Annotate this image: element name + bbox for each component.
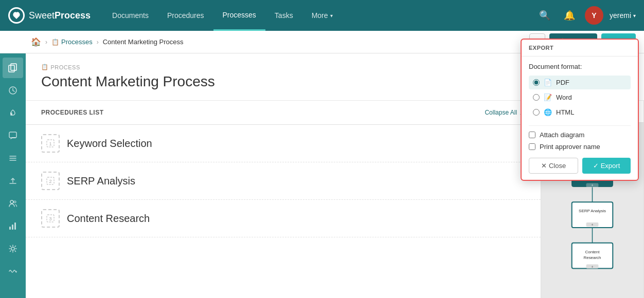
sidebar-item-wave[interactable] (3, 261, 23, 282)
svg-text:+: + (591, 265, 593, 269)
checkbox-section: Attach diagram Print approver name (529, 125, 631, 151)
logo[interactable]: SweetProcess (8, 7, 91, 24)
attach-diagram-label: Attach diagram (540, 131, 584, 139)
sidebar-item-copy[interactable] (3, 58, 23, 78)
svg-text:1: 1 (49, 141, 51, 146)
pdf-icon: 📄 (544, 79, 552, 86)
print-approver-label: Print approver name (540, 143, 600, 151)
nav-right: 🔍 🔔 Y yeremi ▾ (535, 6, 636, 25)
procedure-item[interactable]: 1 Keyword Selection (26, 125, 541, 162)
home-link[interactable]: 🏠 (31, 37, 41, 47)
nav-documents[interactable]: Documents (103, 0, 158, 31)
close-button[interactable]: ✕ ✕ Close Close (529, 158, 578, 174)
procedure-item[interactable]: 3 Content Research (26, 200, 541, 237)
logo-icon (8, 7, 25, 24)
sidebar-item-list[interactable] (3, 148, 23, 169)
sidebar-item-analytics[interactable] (3, 216, 23, 236)
svg-rect-12 (14, 222, 16, 230)
format-word-radio[interactable] (533, 94, 540, 101)
top-navigation: SweetProcess Documents Procedures Proces… (0, 0, 644, 31)
nav-links: Documents Procedures Processes Tasks Mor… (103, 0, 342, 31)
nav-more[interactable]: More ▾ (302, 0, 342, 31)
svg-rect-11 (12, 225, 13, 230)
left-sidebar (0, 53, 26, 298)
sidebar-item-like[interactable] (3, 103, 23, 123)
sidebar-item-comments[interactable] (3, 125, 23, 146)
procedure-num-1: 1 (41, 134, 60, 153)
procedures-panel: PROCEDURES LIST Collapse All ▲ 1 Keyword… (26, 101, 541, 298)
svg-point-9 (14, 201, 16, 203)
svg-text:+: + (591, 183, 593, 187)
format-pdf-radio[interactable] (533, 79, 540, 86)
procedures-header: PROCEDURES LIST Collapse All ▲ (26, 101, 541, 125)
collapse-all-button[interactable]: Collapse All ▲ (485, 109, 525, 116)
svg-text:2: 2 (49, 179, 51, 184)
word-icon: 📝 (544, 94, 552, 101)
search-button[interactable]: 🔍 (535, 6, 554, 25)
doc-format-label: Document format: (529, 63, 631, 70)
breadcrumb-sep-2: › (97, 39, 99, 46)
format-pdf-label: PDF (556, 79, 569, 86)
html-icon: 🌐 (544, 108, 552, 116)
sidebar-item-users[interactable] (3, 193, 23, 214)
close-icon: ✕ (541, 162, 547, 170)
process-icon-small: 📋 (41, 64, 49, 70)
format-html-radio[interactable] (533, 109, 540, 116)
svg-text:SERP Analysis: SERP Analysis (579, 209, 606, 213)
export-confirm-button[interactable]: ✓ Export (582, 158, 631, 174)
user-name[interactable]: yeremi ▾ (610, 11, 636, 20)
procedures-list-label: PROCEDURES LIST (41, 109, 104, 116)
processes-breadcrumb-link[interactable]: 📋 Processes (51, 38, 93, 46)
breadcrumb-current: Content Marketing Process (103, 38, 184, 46)
notification-button[interactable]: 🔔 (560, 6, 579, 25)
format-html-option[interactable]: 🌐 HTML (529, 105, 631, 119)
format-word-label: Word (556, 94, 572, 101)
procedure-num-3: 3 (41, 209, 60, 228)
nav-processes[interactable]: Processes (213, 0, 265, 31)
svg-rect-4 (9, 132, 16, 138)
attach-diagram-option[interactable]: Attach diagram (529, 131, 631, 139)
svg-rect-1 (9, 65, 14, 72)
export-popup-header: EXPORT (522, 40, 638, 57)
breadcrumb-sep-1: › (45, 39, 47, 46)
process-icon: 📋 (51, 39, 59, 46)
export-popup-actions: ✕ ✕ Close Close ✓ Export (529, 158, 631, 174)
procedure-name-1: Keyword Selection (67, 138, 152, 150)
svg-rect-2 (11, 64, 16, 70)
sidebar-item-upload[interactable] (3, 171, 23, 191)
svg-text:Research: Research (584, 255, 601, 260)
attach-diagram-checkbox[interactable] (529, 132, 535, 138)
chevron-down-icon: ▾ (633, 13, 636, 18)
logo-text: SweetProcess (29, 10, 91, 21)
check-icon: ✓ (593, 162, 599, 170)
print-approver-checkbox[interactable] (529, 143, 535, 150)
svg-point-8 (10, 200, 13, 203)
procedure-name-2: SERP Analysis (67, 175, 135, 187)
format-word-option[interactable]: 📝 Word (529, 90, 631, 104)
avatar[interactable]: Y (585, 6, 603, 25)
format-pdf-option[interactable]: 📄 PDF (529, 76, 631, 89)
procedure-name-3: Content Research (67, 213, 150, 225)
sidebar-item-settings[interactable] (3, 238, 23, 259)
export-popup: EXPORT Document format: 📄 PDF 📝 Word 🌐 H… (521, 39, 639, 181)
export-popup-body: Document format: 📄 PDF 📝 Word 🌐 HTML Att… (522, 57, 638, 180)
svg-rect-10 (9, 227, 11, 230)
procedure-item[interactable]: 2 SERP Analysis (26, 162, 541, 200)
svg-text:+: + (591, 223, 593, 227)
svg-text:Content: Content (585, 250, 600, 254)
chevron-down-icon: ▾ (330, 13, 333, 18)
sidebar-item-history[interactable] (3, 80, 23, 101)
format-html-label: HTML (556, 108, 574, 116)
svg-point-13 (11, 247, 14, 250)
svg-text:3: 3 (49, 216, 51, 221)
procedure-num-2: 2 (41, 172, 60, 190)
nav-procedures[interactable]: Procedures (158, 0, 213, 31)
nav-tasks[interactable]: Tasks (265, 0, 302, 31)
print-approver-option[interactable]: Print approver name (529, 143, 631, 151)
